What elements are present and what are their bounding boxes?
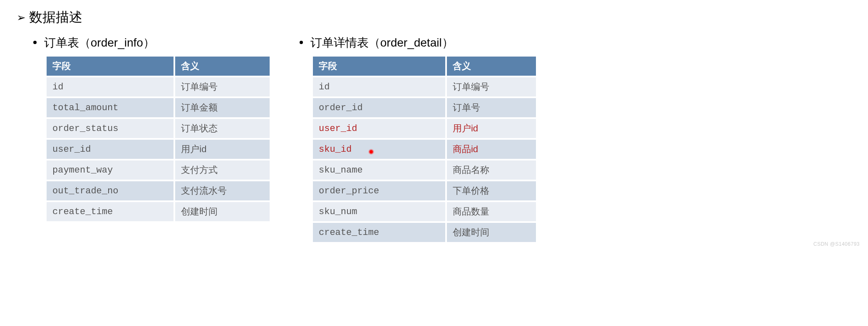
- right-table: 字段 含义 id订单编号order_id订单号user_id用户idsku_id…: [312, 56, 537, 243]
- table-row: user_id用户id: [312, 118, 537, 139]
- right-header-field: 字段: [312, 56, 446, 77]
- right-caption-prefix: 订单详情表（: [310, 36, 380, 49]
- table-row: sku_id商品id: [312, 139, 537, 160]
- right-caption-suffix: ）: [442, 36, 454, 49]
- left-meaning-create_time: 创建时间: [174, 201, 270, 222]
- left-field-out_trade_no: out_trade_no: [46, 180, 174, 201]
- left-meaning-total_amount: 订单金额: [174, 97, 270, 118]
- right-column: 订单详情表（order_detail） 字段 含义 id订单编号order_id…: [300, 35, 524, 243]
- right-field-sku_id: sku_id: [312, 139, 446, 160]
- watermark: CSDN @S1406793: [813, 241, 860, 247]
- bullet-icon: [33, 41, 37, 44]
- left-field-order_status: order_status: [46, 118, 174, 139]
- left-caption-suffix: ）: [143, 36, 155, 49]
- left-header-meaning: 含义: [174, 56, 270, 77]
- left-field-id: id: [46, 77, 174, 97]
- title-text: 数据描述: [29, 8, 82, 27]
- right-meaning-sku_num: 商品数量: [446, 201, 537, 222]
- table-row: sku_name商品名称: [312, 160, 537, 180]
- right-meaning-sku_name: 商品名称: [446, 160, 537, 180]
- right-meaning-user_id: 用户id: [446, 118, 537, 139]
- left-caption-prefix: 订单表（: [44, 36, 91, 49]
- right-meaning-order_price: 下单价格: [446, 180, 537, 201]
- right-meaning-sku_id: 商品id: [446, 139, 537, 160]
- right-meaning-id: 订单编号: [446, 77, 537, 97]
- table-row: total_amount订单金额: [46, 97, 270, 118]
- left-header-field: 字段: [46, 56, 174, 77]
- left-meaning-order_status: 订单状态: [174, 118, 270, 139]
- right-field-create_time: create_time: [312, 222, 446, 243]
- section-title: ➢ 数据描述: [17, 8, 851, 27]
- table-row: create_time创建时间: [312, 222, 537, 243]
- table-row: payment_way支付方式: [46, 160, 270, 180]
- table-row: id订单编号: [312, 77, 537, 97]
- right-field-sku_num: sku_num: [312, 201, 446, 222]
- table-row: order_price下单价格: [312, 180, 537, 201]
- left-meaning-id: 订单编号: [174, 77, 270, 97]
- right-meaning-create_time: 创建时间: [446, 222, 537, 243]
- right-field-order_price: order_price: [312, 180, 446, 201]
- table-row: out_trade_no支付流水号: [46, 180, 270, 201]
- right-caption-code: order_detail: [380, 36, 442, 49]
- table-row: sku_num商品数量: [312, 201, 537, 222]
- left-meaning-user_id: 用户id: [174, 139, 270, 160]
- left-field-create_time: create_time: [46, 201, 174, 222]
- left-table: 字段 含义 id订单编号total_amount订单金额order_status…: [46, 56, 270, 222]
- arrow-icon: ➢: [17, 11, 26, 24]
- right-subtitle: 订单详情表（order_detail）: [300, 35, 524, 51]
- left-caption-code: order_info: [91, 36, 143, 49]
- right-header-meaning: 含义: [446, 56, 537, 77]
- left-field-user_id: user_id: [46, 139, 174, 160]
- bullet-icon: [300, 41, 303, 44]
- left-subtitle: 订单表（order_info）: [33, 35, 258, 51]
- left-field-total_amount: total_amount: [46, 97, 174, 118]
- columns-wrapper: 订单表（order_info） 字段 含义 id订单编号total_amount…: [17, 35, 851, 243]
- left-meaning-payment_way: 支付方式: [174, 160, 270, 180]
- right-field-sku_name: sku_name: [312, 160, 446, 180]
- table-row: order_id订单号: [312, 97, 537, 118]
- right-field-user_id: user_id: [312, 118, 446, 139]
- table-row: create_time创建时间: [46, 201, 270, 222]
- right-meaning-order_id: 订单号: [446, 97, 537, 118]
- left-meaning-out_trade_no: 支付流水号: [174, 180, 270, 201]
- table-row: order_status订单状态: [46, 118, 270, 139]
- right-field-id: id: [312, 77, 446, 97]
- right-field-order_id: order_id: [312, 97, 446, 118]
- table-row: id订单编号: [46, 77, 270, 97]
- left-column: 订单表（order_info） 字段 含义 id订单编号total_amount…: [33, 35, 258, 243]
- table-row: user_id用户id: [46, 139, 270, 160]
- left-field-payment_way: payment_way: [46, 160, 174, 180]
